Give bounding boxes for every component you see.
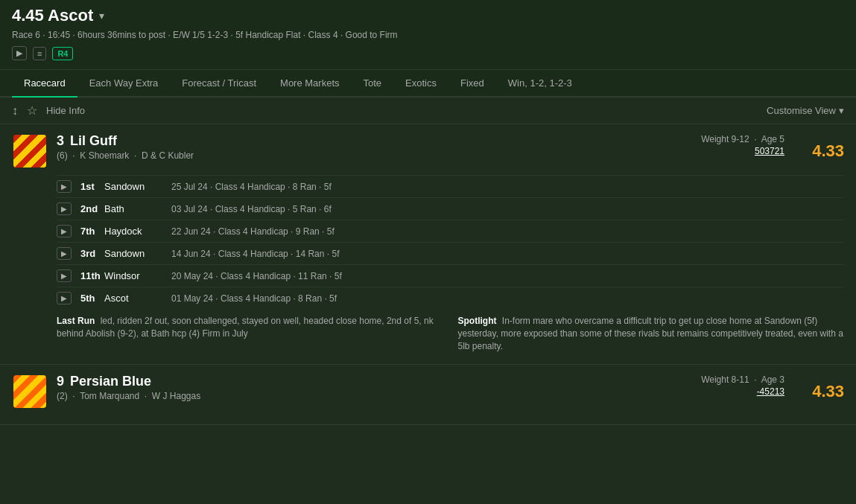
race-details: 14 Jun 24 · Class 4 Handicap · 14 Ran · … [171, 249, 844, 259]
venue: Haydock [104, 226, 171, 237]
position: 11th [80, 270, 104, 281]
tabs-bar: Racecard Each Way Extra Forecast / Trica… [0, 70, 856, 98]
horse-header: 3 Lil Guff (6) · K Shoemark · D & C Kubl… [12, 133, 844, 169]
horse-info-persian-blue: 9 Persian Blue (2) · Tom Marquand · W J … [57, 374, 665, 401]
position: 1st [80, 181, 104, 192]
horse-details: (6) · K Shoemark · D & C Kubler [57, 150, 665, 161]
history-rows-lil-guff: ▶ 1st Sandown 25 Jul 24 · Class 4 Handic… [57, 175, 844, 309]
table-row: ▶ 11th Windsor 20 May 24 · Class 4 Handi… [57, 264, 844, 287]
chevron-down-icon[interactable]: ▾ [99, 10, 104, 22]
play-button[interactable]: ▶ [57, 202, 72, 215]
horse-weight-age: Weight 9-12 · Age 5 503721 [665, 133, 784, 156]
play-button[interactable]: ▶ [57, 247, 72, 260]
horse-odds-lil-guff[interactable]: 4.33 [784, 141, 844, 161]
venue: Windsor [104, 270, 171, 281]
horse-card-persian-blue: 9 Persian Blue (2) · Tom Marquand · W J … [0, 365, 856, 425]
horse-trainer: Tom Marquand [80, 391, 139, 401]
spotlight-text: In-form mare who overcame a difficult tr… [458, 316, 843, 351]
horse-form-link[interactable]: 503721 [665, 146, 784, 156]
horse-name: Lil Guff [70, 133, 117, 149]
horse-card-lil-guff: 3 Lil Guff (6) · K Shoemark · D & C Kubl… [0, 124, 856, 365]
tab-forecast-tricast[interactable]: Forecast / Tricast [170, 70, 268, 98]
last-run-label: Last Run [57, 316, 95, 326]
play-button[interactable]: ▶ [57, 292, 72, 304]
horse-details: (2) · Tom Marquand · W J Haggas [57, 391, 665, 401]
venue: Bath [104, 203, 171, 214]
tab-racecard[interactable]: Racecard [12, 70, 77, 98]
customise-view-button[interactable]: Customise View ▾ [767, 105, 844, 116]
venue: Sandown [104, 248, 171, 259]
horse-odds-persian-blue[interactable]: 4.33 [784, 382, 844, 401]
race-details: 22 Jun 24 · Class 4 Handicap · 9 Ran · 5… [171, 226, 844, 237]
spotlight-section: Spotlight In-form mare who overcame a di… [458, 315, 845, 352]
play-button[interactable]: ▶ [57, 180, 72, 193]
horse-trainer: K Shoemark [80, 150, 129, 161]
play-button[interactable]: ▶ [57, 269, 72, 282]
race-details: 20 May 24 · Class 4 Handicap · 11 Ran · … [171, 271, 844, 281]
horse-name-row: 3 Lil Guff [57, 133, 665, 149]
race-info: Race 6 · 16:45 · 6hours 36mins to post ·… [12, 30, 844, 40]
venue: Sandown [104, 181, 171, 192]
sort-icon[interactable]: ↕ [12, 104, 18, 118]
horse-form-link-persian[interactable]: -45213 [665, 386, 784, 397]
star-icon[interactable]: ☆ [27, 103, 37, 118]
horse-weight-persian: Weight 8-11 · Age 3 [701, 374, 784, 385]
tab-exotics[interactable]: Exotics [393, 70, 448, 98]
r4-badge: R4 [52, 47, 73, 60]
horse-name-row: 9 Persian Blue [57, 374, 665, 389]
tab-tote[interactable]: Tote [352, 70, 394, 98]
play-button[interactable]: ▶ [57, 225, 72, 237]
race-details: 25 Jul 24 · Class 4 Handicap · 8 Ran · 5… [171, 182, 844, 192]
position: 3rd [80, 248, 104, 259]
tab-win-1-2-1-2-3[interactable]: Win, 1-2, 1-2-3 [496, 70, 584, 98]
spotlight-label: Spotlight [458, 316, 497, 326]
last-run-text: led, ridden 2f out, soon challenged, sta… [57, 316, 434, 339]
horse-silks-lil-guff [12, 133, 48, 169]
race-details: 03 Jul 24 · Class 4 Handicap · 5 Ran · 6… [171, 204, 844, 214]
horse-owner: D & C Kubler [142, 150, 194, 161]
race-badges: ▶ ≡ R4 [12, 46, 844, 60]
race-title-row: 4.45 Ascot ▾ [12, 6, 844, 25]
venue: Ascot [104, 293, 171, 304]
table-row: ▶ 5th Ascot 01 May 24 · Class 4 Handicap… [57, 287, 844, 309]
race-title: 4.45 Ascot [12, 6, 93, 25]
table-row: ▶ 7th Haydock 22 Jun 24 · Class 4 Handic… [57, 220, 844, 242]
race-details: 01 May 24 · Class 4 Handicap · 8 Ran · 5… [171, 293, 844, 304]
horse-weight: Weight 9-12 · Age 5 [701, 134, 784, 144]
table-row: ▶ 1st Sandown 25 Jul 24 · Class 4 Handic… [57, 175, 844, 197]
header: 4.45 Ascot ▾ Race 6 · 16:45 · 6hours 36m… [0, 0, 856, 70]
horse-name: Persian Blue [70, 374, 151, 389]
hide-info-button[interactable]: Hide Info [46, 105, 85, 116]
toolbar-left: ↕ ☆ Hide Info [12, 103, 85, 118]
notes-row-lil-guff: Last Run led, ridden 2f out, soon challe… [57, 315, 844, 355]
horse-owner: W J Haggas [152, 391, 200, 401]
tab-more-markets[interactable]: More Markets [268, 70, 351, 98]
position: 7th [80, 226, 104, 237]
table-row: ▶ 2nd Bath 03 Jul 24 · Class 4 Handicap … [57, 197, 844, 220]
tab-each-way-extra[interactable]: Each Way Extra [77, 70, 171, 98]
horse-info-lil-guff: 3 Lil Guff (6) · K Shoemark · D & C Kubl… [57, 133, 665, 161]
silks-image-lil-guff [13, 135, 46, 168]
table-row: ▶ 3rd Sandown 14 Jun 24 · Class 4 Handic… [57, 242, 844, 264]
horse-number: 9 [57, 374, 64, 389]
horse-draw: (6) [57, 150, 68, 161]
last-run-section: Last Run led, ridden 2f out, soon challe… [57, 315, 443, 352]
horse-header-persian-blue: 9 Persian Blue (2) · Tom Marquand · W J … [12, 374, 844, 409]
card-badge[interactable]: ≡ [33, 47, 46, 60]
silks-image-persian-blue [13, 375, 46, 408]
video-badge[interactable]: ▶ [12, 46, 27, 60]
position: 5th [80, 293, 104, 304]
customise-chevron-icon: ▾ [839, 105, 844, 116]
horse-draw: (2) [57, 391, 68, 401]
horse-number: 3 [57, 133, 64, 149]
position: 2nd [80, 203, 104, 214]
horse-weight-age-persian: Weight 8-11 · Age 3 -45213 [665, 374, 784, 397]
horse-silks-persian-blue [12, 374, 48, 409]
toolbar: ↕ ☆ Hide Info Customise View ▾ [0, 98, 856, 124]
tab-fixed[interactable]: Fixed [448, 70, 496, 98]
